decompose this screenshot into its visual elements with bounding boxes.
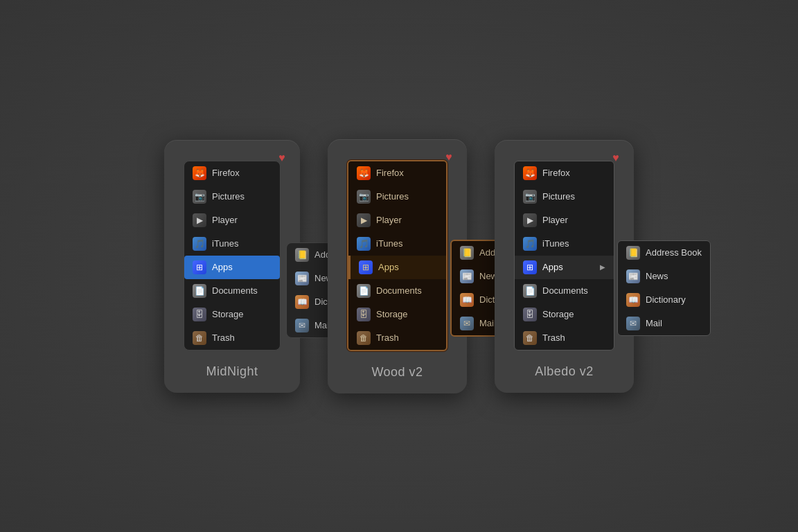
albedo-trash-label: Trash [542,332,565,343]
albedo-item-itunes[interactable]: 🎵 iTunes [515,232,614,256]
player-icon: ▶ [193,213,206,227]
wood-item-trash[interactable]: 🗑 Trash [348,326,446,350]
pictures-icon-wood: 📷 [357,190,371,204]
wood-item-apps[interactable]: ⊞ Apps [348,256,446,279]
midnight-item-apps[interactable]: ⊞ Apps [184,256,280,279]
albedo-storage-label: Storage [542,309,574,319]
documents-label: Documents [212,285,258,296]
midnight-item-trash[interactable]: 🗑 Trash [184,326,280,350]
midnight-item-firefox[interactable]: 🦊 Firefox [184,161,280,185]
albedo-submenu-news[interactable]: 📰 News [618,265,710,288]
albedo-item-player[interactable]: ▶ Player [515,209,614,232]
mail-icon-albedo: ✉ [626,317,640,330]
albedo-item-storage[interactable]: 🗄 Storage [515,303,614,326]
midnight-theme-card: ♥ 🦊 Firefox 📷 Pictures ▶ Player 🎵 iTunes [164,140,300,393]
wood-main-menu: 🦊 Firefox 📷 Pictures ▶ Player 🎵 iTunes ⊞ [347,160,447,351]
albedo-item-trash[interactable]: 🗑 Trash [515,326,614,350]
albedo-mail-label: Mail [646,318,662,328]
firefox-label: Firefox [212,168,240,178]
itunes-icon-wood: 🎵 [357,237,371,251]
storage-icon-wood: 🗄 [357,308,371,321]
player-icon-wood: ▶ [357,213,371,227]
wood-item-pictures[interactable]: 📷 Pictures [348,185,446,209]
storage-icon-albedo: 🗄 [523,308,537,321]
addrbook-icon: 📒 [295,248,309,262]
trash-icon: 🗑 [193,331,206,345]
docs-icon-albedo: 📄 [523,284,537,298]
wood-mail-label: Mail [479,318,496,328]
wood-theme-label: Wood v2 [371,365,423,380]
albedo-item-firefox[interactable]: 🦊 Firefox [515,161,614,185]
albedo-submenu-dictionary[interactable]: 📖 Dictionary [618,288,710,312]
addrbook-icon-wood: 📒 [460,246,474,260]
apps-label: Apps [212,262,233,272]
storage-icon: 🗄 [193,308,206,321]
news-icon-albedo: 📰 [626,269,640,283]
albedo-itunes-label: iTunes [542,238,569,249]
trash-label: Trash [212,332,235,343]
albedo-pictures-label: Pictures [542,191,575,202]
midnight-main-menu: 🦊 Firefox 📷 Pictures ▶ Player 🎵 iTunes ⊞ [184,161,281,351]
dict-icon-albedo: 📖 [626,293,640,307]
mail-icon-wood: ✉ [460,317,474,330]
itunes-icon: 🎵 [193,237,206,251]
player-icon-albedo: ▶ [523,213,537,227]
albedo-player-label: Player [542,215,568,225]
albedo-addrbook-label: Address Book [646,247,702,258]
dict-icon: 📖 [295,295,309,309]
albedo-dictionary-label: Dictionary [646,294,686,305]
albedo-submenu-addrbook[interactable]: 📒 Address Book [618,241,710,265]
apps-chevron-icon: ▶ [600,263,605,271]
itunes-icon-albedo: 🎵 [523,237,537,251]
wood-item-storage[interactable]: 🗄 Storage [348,303,446,326]
albedo-submenu-mail[interactable]: ✉ Mail [618,312,710,335]
albedo-apps-label: Apps [542,262,563,272]
apps-icon-wood: ⊞ [359,260,373,274]
wood-theme-card: ♥ 🦊 Firefox 📷 Pictures ▶ Player 🎵 iTunes [328,139,467,393]
docs-icon: 📄 [193,284,206,298]
wood-pictures-label: Pictures [376,191,409,202]
albedo-documents-label: Documents [542,285,588,296]
albedo-item-documents[interactable]: 📄 Documents [515,279,614,303]
dict-icon-wood: 📖 [460,293,474,307]
apps-icon: ⊞ [193,260,206,274]
wood-storage-label: Storage [376,309,408,319]
docs-icon-wood: 📄 [357,284,371,298]
albedo-menu-preview: 🦊 Firefox 📷 Pictures ▶ Player 🎵 iTunes ⊞ [514,161,614,351]
player-label: Player [212,215,238,225]
news-icon-wood: 📰 [460,269,474,283]
storage-label: Storage [212,309,244,319]
midnight-item-itunes[interactable]: 🎵 iTunes [184,232,280,256]
trash-icon-wood: 🗑 [357,331,371,345]
albedo-firefox-label: Firefox [542,168,570,178]
firefox-icon: 🦊 [193,166,206,180]
themes-container: ♥ 🦊 Firefox 📷 Pictures ▶ Player 🎵 iTunes [164,139,634,393]
albedo-main-menu: 🦊 Firefox 📷 Pictures ▶ Player 🎵 iTunes ⊞ [514,161,614,351]
wood-itunes-label: iTunes [376,238,403,249]
trash-icon-albedo: 🗑 [523,331,537,345]
albedo-news-label: News [646,271,668,281]
wood-item-player[interactable]: ▶ Player [348,209,446,232]
midnight-item-pictures[interactable]: 📷 Pictures [184,185,280,209]
pictures-icon-albedo: 📷 [523,190,537,204]
wood-firefox-label: Firefox [376,168,404,178]
firefox-icon-wood: 🦊 [357,166,371,180]
midnight-item-storage[interactable]: 🗄 Storage [184,303,280,326]
news-icon: 📰 [295,272,309,285]
wood-item-itunes[interactable]: 🎵 iTunes [348,232,446,256]
wood-item-firefox[interactable]: 🦊 Firefox [348,161,446,185]
wood-menu-preview: 🦊 Firefox 📷 Pictures ▶ Player 🎵 iTunes ⊞ [347,160,447,351]
pictures-label: Pictures [212,191,245,202]
firefox-icon-albedo: 🦊 [523,166,537,180]
albedo-theme-card: ♥ 🦊 Firefox 📷 Pictures ▶ Player 🎵 iTunes [495,140,634,393]
midnight-item-documents[interactable]: 📄 Documents [184,279,280,303]
albedo-item-pictures[interactable]: 📷 Pictures [515,185,614,209]
midnight-item-player[interactable]: ▶ Player [184,209,280,232]
wood-documents-label: Documents [376,285,422,296]
midnight-theme-label: MidNight [206,364,258,379]
albedo-theme-label: Albedo v2 [535,364,594,379]
wood-item-documents[interactable]: 📄 Documents [348,279,446,303]
albedo-item-apps[interactable]: ⊞ Apps ▶ [515,256,614,279]
wood-apps-label: Apps [378,262,399,272]
addrbook-icon-albedo: 📒 [626,246,640,260]
